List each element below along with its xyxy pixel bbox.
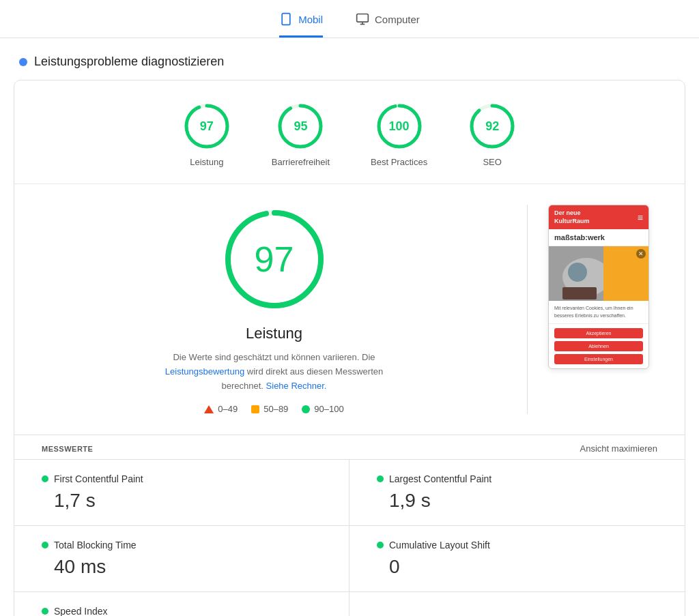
score-row: 97 Leistung 95 Barrierefreiheit (14, 80, 685, 184)
metrics-header: MESSWERTE Ansicht maximieren (14, 435, 685, 459)
svg-point-18 (568, 263, 587, 282)
rechner-link[interactable]: Siehe Rechner. (266, 381, 327, 391)
phone-btn-settings[interactable]: Einstellungen (554, 354, 643, 364)
score-circle-leistung: 97 (183, 102, 231, 150)
metrics-grid: First Contentful Paint 1,7 s Largest Con… (14, 459, 685, 616)
legend-item-orange: 50–89 (251, 404, 288, 414)
metric-name-cls: Cumulative Layout Shift (389, 540, 490, 551)
phone-menu-icon: ≡ (638, 212, 643, 223)
phone-btn-decline[interactable]: Ablehnen (554, 341, 643, 351)
metric-name-fcp: First Contentful Paint (54, 473, 143, 484)
leistungsbewertung-link[interactable]: Leistungsbewertung (165, 366, 244, 377)
legend-range-3: 90–100 (314, 404, 343, 414)
large-score-value: 97 (255, 239, 294, 280)
right-section: Der neueKulturRaum ≡ maßstab:werk ✕ (548, 205, 657, 369)
score-value-bestpractices: 100 (389, 119, 410, 134)
score-item-leistung: 97 Leistung (183, 102, 231, 167)
tabs-bar: Mobil Computer (0, 0, 699, 38)
status-dot (19, 58, 27, 66)
score-label-barrierefreiheit: Barrierefreiheit (272, 157, 330, 167)
phone-image-svg (549, 246, 648, 301)
legend-range-2: 50–89 (263, 404, 288, 414)
metric-cell-fcp: First Contentful Paint 1,7 s (14, 460, 350, 526)
svg-rect-2 (357, 14, 369, 23)
triangle-icon (204, 405, 214, 413)
metric-name-tbt: Total Blocking Time (54, 540, 137, 551)
leistung-title: Leistung (246, 325, 302, 342)
score-item-seo: 92 SEO (468, 102, 516, 167)
metric-dot-si (42, 608, 48, 615)
metric-name-lcp: Largest Contentful Paint (389, 473, 491, 484)
metric-name-row-tbt: Total Blocking Time (42, 540, 322, 551)
desc-part1: Die Werte sind geschätzt und können vari… (173, 352, 375, 362)
metric-cell-cls: Cumulative Layout Shift 0 (350, 526, 685, 592)
mobile-icon (279, 12, 293, 26)
svg-rect-0 (282, 14, 290, 25)
section-header: Leistungsprobleme diagnostizieren (0, 55, 699, 80)
phone-header-title: Der neueKulturRaum (554, 209, 590, 225)
phone-brand: maßstab:werk (549, 229, 648, 246)
metric-name-row-fcp: First Contentful Paint (42, 473, 322, 484)
maximize-link[interactable]: Ansicht maximieren (580, 443, 657, 454)
phone-btn-accept[interactable]: Akzeptieren (554, 328, 643, 338)
metric-cell-tbt: Total Blocking Time 40 ms (14, 526, 350, 592)
metric-value-cls: 0 (377, 556, 657, 578)
metric-name-row-cls: Cumulative Layout Shift (377, 540, 657, 551)
metric-dot-fcp (42, 475, 48, 482)
phone-preview: Der neueKulturRaum ≡ maßstab:werk ✕ (548, 205, 649, 369)
metrics-label: MESSWERTE (42, 445, 93, 453)
metric-cell-lcp: Largest Contentful Paint 1,9 s (350, 460, 685, 526)
svg-rect-19 (562, 287, 597, 299)
metric-name-row-si: Speed Index (42, 606, 322, 616)
legend-range-1: 0–49 (218, 404, 238, 414)
desktop-icon (356, 12, 369, 26)
metric-dot-lcp (377, 475, 384, 482)
tab-mobil[interactable]: Mobil (279, 12, 323, 38)
legend: 0–49 50–89 90–100 (204, 404, 343, 414)
metric-value-fcp: 1,7 s (42, 490, 322, 512)
circle-icon (302, 405, 310, 413)
tab-computer[interactable]: Computer (356, 12, 420, 38)
phone-text-area: Mit relevanten Cookies, um Ihnen ein bes… (549, 301, 648, 324)
metric-dot-cls (377, 542, 384, 548)
metric-value-lcp: 1,9 s (377, 490, 657, 512)
score-circle-bestpractices: 100 (375, 102, 423, 150)
phone-image-area: ✕ (549, 246, 648, 301)
score-circle-seo: 92 (468, 102, 516, 150)
left-section: 97 Leistung Die Werte sind geschätzt und… (42, 205, 507, 414)
tab-mobil-label: Mobil (298, 14, 323, 25)
main-card: 97 Leistung 95 Barrierefreiheit (14, 80, 685, 616)
score-value-leistung: 97 (200, 119, 214, 134)
metric-name-si: Speed Index (54, 606, 108, 616)
score-value-seo: 92 (485, 119, 499, 134)
description-text: Die Werte sind geschätzt und können vari… (158, 351, 390, 393)
page-wrapper: Mobil Computer Leistungsprobleme diagnos… (0, 0, 699, 616)
tab-computer-label: Computer (375, 14, 420, 25)
score-label-bestpractices: Best Practices (371, 157, 427, 167)
score-value-barrierefreiheit: 95 (294, 119, 307, 134)
score-label-leistung: Leistung (190, 157, 223, 167)
score-item-barrierefreiheit: 95 Barrierefreiheit (272, 102, 330, 167)
score-label-seo: SEO (483, 157, 501, 167)
score-item-bestpractices: 100 Best Practices (371, 102, 427, 167)
legend-item-red: 0–49 (204, 404, 238, 414)
main-content: 97 Leistung Die Werte sind geschätzt und… (14, 184, 685, 435)
large-score-circle: 97 (220, 205, 329, 314)
section-title: Leistungsprobleme diagnostizieren (34, 55, 224, 69)
metric-value-tbt: 40 ms (42, 556, 322, 578)
square-icon (251, 405, 259, 413)
legend-item-green: 90–100 (302, 404, 343, 414)
metric-name-row-lcp: Largest Contentful Paint (377, 473, 657, 484)
phone-buttons: Akzeptieren Ablehnen Einstellungen (549, 324, 648, 368)
phone-header: Der neueKulturRaum ≡ (549, 205, 648, 229)
metric-cell-si: Speed Index 1,9 s (14, 592, 350, 616)
score-circle-barrierefreiheit: 95 (276, 102, 324, 150)
vertical-divider (527, 205, 528, 414)
metric-dot-tbt (42, 542, 48, 548)
